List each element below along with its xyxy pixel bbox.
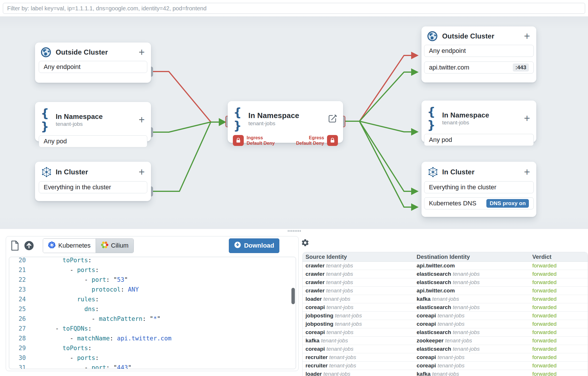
globe-icon <box>427 31 439 41</box>
code-line[interactable]: 28 - matchName: api.twitter.com <box>9 333 296 343</box>
port-badge: :443 <box>513 63 529 72</box>
code-line[interactable]: 29 toPorts: <box>9 343 296 353</box>
node-card-outside-left: Outside Cluster + Any endpoint <box>35 43 151 83</box>
card-title: Outside Cluster <box>442 32 523 40</box>
flow-row[interactable]: recruiter tenant-jobscoreapi tenant-jobs… <box>303 362 588 370</box>
add-endpoint-button[interactable]: + <box>138 168 145 176</box>
upload-policy-icon[interactable] <box>24 240 34 251</box>
endpoint-row[interactable]: Any endpoint <box>424 45 534 57</box>
flow-destination: kafka tenant-jobs <box>417 371 532 376</box>
code-line[interactable]: 23 protocol: ANY <box>9 285 296 294</box>
node-card-namespace-right: { } In Namespace tenant-jobs + Any pod <box>421 101 536 142</box>
flow-row[interactable]: coreapi tenant-jobselasticsearch tenant-… <box>303 345 588 353</box>
flow-row[interactable]: crawler tenant-jobsapi.twitter.com forwa… <box>303 287 588 295</box>
code-line[interactable]: 20 toPorts: <box>9 257 296 265</box>
endpoint-label: Any endpoint <box>429 47 466 55</box>
edge-allow-left-pod <box>153 122 210 132</box>
line-number: 23 <box>9 285 29 294</box>
kubernetes-icon <box>48 241 56 250</box>
filter-bar <box>0 0 588 16</box>
endpoint-row[interactable]: api.twitter.com :443 <box>424 61 534 74</box>
editor-scrollbar-thumb[interactable] <box>291 288 295 304</box>
add-endpoint-button[interactable]: + <box>523 114 531 123</box>
node-card-cluster-right: In Cluster + Everything in the cluster K… <box>421 162 536 217</box>
panel-resize-handle[interactable] <box>288 230 301 232</box>
code-lines: 20 toPorts:21 - ports:22 - port: "53"23 … <box>9 257 296 369</box>
tab-cilium[interactable]: Cilium <box>96 239 134 253</box>
flow-verdict: forwarded <box>532 263 588 269</box>
tab-label: Kubernetes <box>58 242 91 249</box>
flow-source: recruiter tenant-jobs <box>303 354 417 360</box>
ingress-deny-label: Default Deny <box>247 140 275 146</box>
flow-row[interactable]: crawler tenant-jobselasticsearch tenant-… <box>303 270 588 278</box>
endpoint-row[interactable]: Kubernetes DNS DNS proxy on <box>424 197 534 209</box>
code-line[interactable]: 30 - ports: <box>9 353 296 363</box>
flow-destination: kafka tenant-jobs <box>417 296 532 302</box>
line-number: 21 <box>9 265 29 275</box>
flow-row[interactable]: crawler tenant-jobsapi.twitter.com forwa… <box>303 262 588 270</box>
code-line[interactable]: 25 dns: <box>9 304 296 314</box>
edit-policy-icon[interactable] <box>328 113 337 124</box>
egress-default-deny[interactable]: EgressDefault Deny <box>296 135 338 146</box>
flow-destination: elasticsearch tenant-jobs <box>417 304 532 311</box>
arrowhead-dns <box>411 203 419 211</box>
code-line[interactable]: 27 - toFQDNs: <box>9 324 296 333</box>
flow-row[interactable]: coreapi tenant-jobselasticsearch tenant-… <box>303 328 588 337</box>
flow-row[interactable]: jobposting tenant-jobscoreapi tenant-job… <box>303 320 588 328</box>
flow-destination: coreapi tenant-jobs <box>417 354 532 360</box>
code-text: - ports: <box>29 265 99 275</box>
flow-row[interactable]: crawler tenant-jobselasticsearch tenant-… <box>303 278 588 287</box>
endpoint-row[interactable]: Everything in the cluster <box>39 181 147 193</box>
card-subtitle: tenant-jobs <box>442 119 523 126</box>
flow-row[interactable]: coreapi tenant-jobselasticsearch tenant-… <box>303 303 588 312</box>
card-subtitle: tenant-jobs <box>56 121 138 127</box>
add-endpoint-button[interactable]: + <box>138 115 145 124</box>
line-number: 27 <box>9 324 29 333</box>
code-line[interactable]: 24 rules: <box>9 294 296 304</box>
flow-row[interactable]: loader tenant-jobskafka tenant-jobsforwa… <box>303 295 588 303</box>
flow-source: coreapi tenant-jobs <box>303 304 417 311</box>
add-endpoint-button[interactable]: + <box>523 32 531 41</box>
editor-toolbar: Kubernetes Cilium <box>6 236 298 255</box>
endpoint-label: Everything in the cluster <box>429 184 496 191</box>
arrowhead-fqdn <box>411 68 419 76</box>
add-endpoint-button[interactable]: + <box>138 48 145 57</box>
flow-row[interactable]: jobposting tenant-jobscoreapi tenant-job… <box>303 312 588 320</box>
new-policy-icon[interactable] <box>11 240 19 251</box>
endpoint-row[interactable]: Any pod <box>424 134 534 146</box>
format-tab-group: Kubernetes Cilium <box>43 238 134 253</box>
policy-yaml-panel: Kubernetes Cilium <box>6 236 299 371</box>
flow-source: loader tenant-jobs <box>303 371 417 376</box>
endpoint-row[interactable]: Any endpoint <box>39 61 147 73</box>
braces-icon: { } <box>427 105 439 132</box>
flow-row[interactable]: recruiter tenant-jobscoreapi tenant-jobs… <box>303 353 588 362</box>
braces-icon: { } <box>233 106 245 132</box>
flow-row[interactable]: loader tenant-jobskafka tenant-jobsforwa… <box>303 370 588 376</box>
flow-source: coreapi tenant-jobs <box>303 329 417 335</box>
flow-verdict: forwarded <box>532 288 588 294</box>
endpoint-row[interactable]: Everything in the cluster <box>424 181 534 193</box>
flow-row[interactable]: kafka tenant-jobszookeeper tenant-jobsfo… <box>303 337 588 345</box>
flow-verdict: forwarded <box>532 362 588 369</box>
flow-destination: elasticsearch tenant-jobs <box>417 346 532 352</box>
flow-verdict: forwarded <box>532 354 588 360</box>
code-line[interactable]: 26 - matchPattern: "*" <box>9 314 296 324</box>
code-line[interactable]: 22 - port: "53" <box>9 275 296 285</box>
yaml-editor[interactable]: 20 toPorts:21 - ports:22 - port: "53"23 … <box>9 257 296 369</box>
flow-destination: elasticsearch tenant-jobs <box>417 271 532 277</box>
filter-input[interactable] <box>3 3 585 14</box>
code-line[interactable]: 31 - port: "443" <box>9 363 296 369</box>
add-endpoint-button[interactable]: + <box>523 168 531 176</box>
line-number: 30 <box>9 353 29 363</box>
flows-settings-gear-icon[interactable] <box>301 238 310 248</box>
tab-kubernetes[interactable]: Kubernetes <box>43 239 96 253</box>
egress-label: Egress <box>296 135 324 140</box>
edge-deny-right <box>359 55 412 121</box>
ingress-default-deny[interactable]: IngressDefault Deny <box>233 135 275 146</box>
tab-label: Cilium <box>111 242 129 249</box>
endpoint-row[interactable]: Any pod <box>39 135 147 147</box>
code-line[interactable]: 21 - ports: <box>9 265 296 275</box>
edge-allow-left-cluster <box>153 123 210 191</box>
download-button[interactable]: Download <box>229 238 279 253</box>
flow-destination: api.twitter.com <box>417 288 532 294</box>
